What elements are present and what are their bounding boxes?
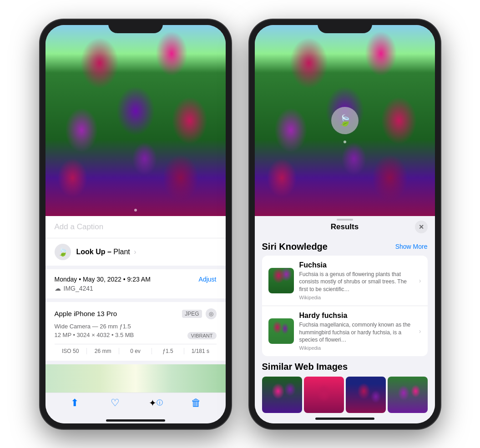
caption-placeholder[interactable]: Add a Caption (55, 222, 104, 231)
specs-row: ISO 50 26 mm 0 ev ƒ1.5 1/181 s (55, 344, 217, 354)
hardy-chevron: › (419, 327, 421, 335)
similar-image-1[interactable] (262, 377, 302, 413)
siri-knowledge-header: Siri Knowledge Show More (262, 242, 428, 252)
meta-filename-row: ☁ IMG_4241 (55, 285, 217, 292)
camera-header: Apple iPhone 13 Pro JPEG ◎ (55, 308, 217, 319)
home-bar (106, 419, 165, 422)
close-icon: ✕ (419, 223, 424, 231)
hardy-thumb-image (268, 318, 294, 344)
similar-images-grid (262, 377, 428, 413)
lookup-row[interactable]: 🍃 Look Up – Plant › (45, 238, 226, 266)
meta-section: Monday • May 30, 2022 • 9:23 AM Adjust ☁… (45, 269, 226, 298)
photo-dot (134, 209, 137, 211)
delete-button[interactable]: 🗑 (186, 393, 206, 413)
info-button[interactable]: ✦ⓘ (146, 393, 166, 413)
vibrant-badge: VIBRANT (187, 332, 217, 339)
hardy-text: Hardy fuchsia Fuchsia magellanica, commo… (299, 312, 415, 351)
results-panel: Results ✕ Siri Knowledge Show More (255, 216, 435, 414)
location-icon: ◎ (206, 308, 217, 319)
knowledge-item-hardy[interactable]: Hardy fuchsia Fuchsia magellanica, commo… (262, 306, 428, 356)
lookup-chevron: › (134, 248, 136, 256)
wide-camera-detail: Wide Camera — 26 mm ƒ1.5 (55, 323, 217, 330)
results-title: Results (331, 222, 359, 232)
similar-image-2[interactable] (304, 377, 344, 413)
home-indicator (45, 418, 226, 423)
format-badge: JPEG (182, 310, 202, 318)
meta-date-row: Monday • May 30, 2022 • 9:23 AM Adjust (55, 276, 217, 283)
cloud-icon: ☁ (55, 285, 61, 292)
meta-date: Monday • May 30, 2022 • 9:23 AM (55, 276, 151, 283)
left-phone: Add a Caption 🍃 Look Up – Plant › Monday… (40, 20, 231, 429)
similar-image-3[interactable] (346, 377, 386, 413)
camera-model: Apple iPhone 13 Pro (55, 310, 117, 317)
map-background (45, 364, 226, 393)
adjust-button[interactable]: Adjust (199, 276, 217, 283)
share-button[interactable]: ⬆ (65, 393, 85, 413)
close-button[interactable]: ✕ (415, 221, 428, 233)
drag-handle[interactable] (337, 219, 353, 221)
map-area[interactable] (45, 364, 226, 393)
caption-area[interactable]: Add a Caption (45, 216, 226, 238)
home-indicator-right (255, 414, 435, 423)
bottom-toolbar: ⬆ ♡ ✦ⓘ 🗑 (45, 393, 226, 418)
notch (108, 20, 163, 33)
favorite-button[interactable]: ♡ (105, 393, 125, 413)
results-body: Siri Knowledge Show More Fuchsia Fuchsia… (255, 238, 435, 414)
photo-area-right[interactable]: 🍃 (255, 25, 435, 216)
hardy-desc: Fuchsia magellanica, commonly known as t… (299, 321, 415, 344)
fuchsia-thumb-image (268, 268, 294, 293)
show-more-button[interactable]: Show More (395, 243, 428, 250)
right-phone: 🍃 Results ✕ Siri Knowledge Show More (249, 20, 440, 429)
fuchsia-chevron: › (419, 277, 421, 284)
lookup-icon: 🍃 (55, 244, 71, 260)
fuchsia-thumbnail (268, 268, 294, 293)
camera-section: Apple iPhone 13 Pro JPEG ◎ Wide Camera —… (45, 302, 226, 361)
spec-ev: 0 ev (119, 348, 152, 354)
camera-badges: JPEG ◎ (182, 308, 216, 319)
spec-shutter: 1/181 s (184, 348, 216, 354)
knowledge-card: Fuchsia Fuchsia is a genus of flowering … (262, 256, 428, 357)
spec-mm: 26 mm (87, 348, 119, 354)
left-screen: Add a Caption 🍃 Look Up – Plant › Monday… (45, 25, 226, 423)
fuchsia-text: Fuchsia Fuchsia is a genus of flowering … (299, 261, 415, 300)
notch-right (318, 20, 372, 33)
spec-iso: ISO 50 (55, 348, 87, 354)
results-header: Results ✕ (255, 216, 435, 238)
siri-indicator-dot (344, 141, 346, 143)
siri-button[interactable]: 🍃 (331, 107, 359, 134)
photo-area-left[interactable] (45, 25, 226, 216)
spec-aperture: ƒ1.5 (152, 348, 184, 354)
similar-web-section: Similar Web Images (262, 362, 428, 413)
hardy-name: Hardy fuchsia (299, 312, 415, 320)
lookup-label[interactable]: Look Up – Plant › (76, 248, 136, 256)
resolution: 12 MP • 3024 × 4032 • 3.5 MB (55, 332, 134, 338)
hardy-thumbnail (268, 318, 294, 344)
lookup-regular: Plant (113, 248, 130, 256)
fuchsia-name: Fuchsia (299, 261, 415, 269)
similar-image-4[interactable] (388, 377, 428, 413)
fuchsia-desc: Fuchsia is a genus of flowering plants t… (299, 271, 415, 293)
leaf-icon: 🍃 (58, 247, 68, 257)
filename: IMG_4241 (64, 285, 93, 292)
flower-image-left (45, 25, 226, 216)
fuchsia-source: Wikipedia (299, 295, 415, 300)
knowledge-item-fuchsia[interactable]: Fuchsia Fuchsia is a genus of flowering … (262, 256, 428, 306)
resolution-row: 12 MP • 3024 × 4032 • 3.5 MB VIBRANT (55, 332, 217, 340)
lookup-bold: Look Up – (76, 248, 111, 256)
siri-knowledge-title: Siri Knowledge (262, 242, 328, 252)
hardy-source: Wikipedia (299, 345, 415, 351)
similar-title: Similar Web Images (262, 362, 428, 372)
home-bar-right (315, 418, 374, 420)
right-screen: 🍃 Results ✕ Siri Knowledge Show More (255, 25, 435, 423)
